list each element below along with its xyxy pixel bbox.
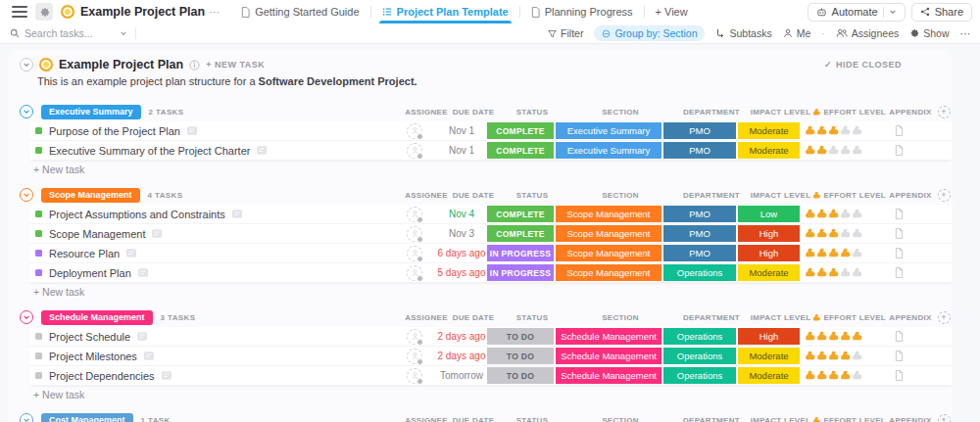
effort-muscle-icon[interactable] xyxy=(852,145,862,156)
assignee-avatar[interactable] xyxy=(407,349,422,364)
effort-muscle-icon[interactable] xyxy=(840,331,851,342)
effort-muscle-icon[interactable] xyxy=(852,125,862,136)
status-square-icon[interactable] xyxy=(35,250,42,257)
status-cell[interactable]: TO DO xyxy=(487,328,554,345)
effort-muscle-icon[interactable] xyxy=(805,331,815,342)
due-date[interactable]: Nov 3 xyxy=(437,224,486,243)
column-header-appendix[interactable]: APPENDIX xyxy=(886,108,935,117)
task-name[interactable]: Resource Plan xyxy=(49,248,120,259)
column-header-due-date[interactable]: DUE DATE xyxy=(449,313,498,322)
column-header-section[interactable]: SECTION xyxy=(566,416,674,422)
collapse-group-icon[interactable] xyxy=(20,310,33,324)
add-new-task-button[interactable]: + New task xyxy=(33,161,953,176)
column-header-effort-level[interactable]: EFFORT LEVEL xyxy=(812,190,886,201)
effort-muscle-icon[interactable] xyxy=(840,351,851,361)
effort-muscle-icon[interactable] xyxy=(840,370,851,381)
add-column-icon[interactable]: + xyxy=(938,414,951,422)
effort-muscle-icon[interactable] xyxy=(828,370,839,381)
section-cell[interactable]: Schedule Management xyxy=(556,328,662,345)
effort-muscle-icon[interactable] xyxy=(840,209,851,219)
effort-muscle-icon[interactable] xyxy=(828,248,839,258)
assignee-avatar[interactable] xyxy=(407,143,422,159)
new-task-button[interactable]: + NEW TASK xyxy=(206,60,265,70)
hide-closed-button[interactable]: ✓ HIDE CLOSED xyxy=(824,60,902,70)
effort-muscle-icon[interactable] xyxy=(852,370,862,381)
tab--view[interactable]: + View xyxy=(645,0,699,23)
department-cell[interactable]: PMO xyxy=(663,245,736,261)
effort-muscle-icon[interactable] xyxy=(816,331,827,342)
effort-level-cell[interactable] xyxy=(801,263,874,282)
appendix-cell[interactable] xyxy=(874,347,923,365)
status-square-icon[interactable] xyxy=(35,127,42,134)
task-name[interactable]: Deployment Plan xyxy=(49,267,131,279)
effort-muscle-icon[interactable] xyxy=(828,331,839,342)
assignees-button[interactable]: Assignees xyxy=(836,27,899,39)
automate-button[interactable]: Automate xyxy=(808,3,906,22)
column-header-section[interactable]: SECTION xyxy=(566,191,674,200)
section-cell[interactable]: Schedule Management xyxy=(556,348,662,364)
effort-level-cell[interactable] xyxy=(801,244,874,262)
effort-muscle-icon[interactable] xyxy=(828,351,839,361)
column-header-status[interactable]: STATUS xyxy=(498,108,566,117)
column-header-section[interactable]: SECTION xyxy=(566,313,674,322)
me-filter-button[interactable]: Me xyxy=(783,27,811,39)
task-name[interactable]: Project Milestones xyxy=(49,351,137,362)
group-badge[interactable]: Scope Management xyxy=(41,188,140,203)
effort-muscle-icon[interactable] xyxy=(816,267,827,278)
impact-level-cell[interactable]: Moderate xyxy=(738,348,800,364)
department-cell[interactable]: Operations xyxy=(663,328,736,345)
effort-muscle-icon[interactable] xyxy=(816,248,827,258)
department-cell[interactable]: PMO xyxy=(663,225,736,242)
column-header-section[interactable]: SECTION xyxy=(566,108,674,117)
department-cell[interactable]: Operations xyxy=(663,348,736,364)
effort-muscle-icon[interactable] xyxy=(816,125,827,136)
column-header-department[interactable]: DEPARTMENT xyxy=(674,416,749,422)
column-header-appendix[interactable]: APPENDIX xyxy=(886,416,935,422)
impact-level-cell[interactable]: High xyxy=(738,245,800,261)
due-date[interactable]: 6 days ago xyxy=(437,244,486,262)
status-square-icon[interactable] xyxy=(35,230,42,237)
assignee-avatar[interactable] xyxy=(407,246,422,261)
effort-muscle-icon[interactable] xyxy=(828,209,839,219)
column-header-due-date[interactable]: DUE DATE xyxy=(449,108,498,117)
effort-muscle-icon[interactable] xyxy=(805,248,815,258)
task-name[interactable]: Purpose of the Project Plan xyxy=(49,125,180,137)
status-cell[interactable]: IN PROGRESS xyxy=(487,245,554,261)
collapse-group-icon[interactable] xyxy=(20,413,33,422)
effort-muscle-icon[interactable] xyxy=(852,228,862,239)
column-header-impact-level[interactable]: IMPACT LEVEL xyxy=(749,191,812,200)
add-new-task-button[interactable]: + New task xyxy=(33,386,953,401)
column-header-appendix[interactable]: APPENDIX xyxy=(886,313,935,322)
filter-button[interactable]: Filter xyxy=(548,27,583,39)
assignee-avatar[interactable] xyxy=(407,207,422,222)
column-header-assignee[interactable]: ASSIGNEE xyxy=(404,108,449,117)
assignee-avatar[interactable] xyxy=(407,123,422,139)
effort-muscle-icon[interactable] xyxy=(805,209,815,219)
due-date[interactable]: Nov 1 xyxy=(437,141,486,160)
group-by-button[interactable]: Group by: Section xyxy=(594,25,705,41)
effort-level-cell[interactable] xyxy=(801,366,874,385)
effort-muscle-icon[interactable] xyxy=(828,267,839,278)
status-cell[interactable]: COMPLETE xyxy=(487,225,554,242)
table-row[interactable]: Scope Management Nov 3 COMPLETE Scope Ma… xyxy=(29,224,953,244)
status-square-icon[interactable] xyxy=(35,333,42,340)
effort-muscle-icon[interactable] xyxy=(852,331,862,342)
column-header-due-date[interactable]: DUE DATE xyxy=(449,191,498,200)
tab-planning-progress[interactable]: Planning Progress xyxy=(520,0,644,23)
column-header-impact-level[interactable]: IMPACT LEVEL xyxy=(749,313,812,322)
column-header-assignee[interactable]: ASSIGNEE xyxy=(404,416,449,422)
section-cell[interactable]: Executive Summary xyxy=(556,122,662,139)
task-name[interactable]: Executive Summary of the Project Charter xyxy=(49,145,250,157)
status-cell[interactable]: COMPLETE xyxy=(487,206,554,222)
appendix-cell[interactable] xyxy=(874,327,923,346)
collapse-list-icon[interactable] xyxy=(20,58,33,71)
group-badge[interactable]: Executive Summary xyxy=(41,105,141,119)
status-cell[interactable]: TO DO xyxy=(487,367,554,384)
status-cell[interactable]: IN PROGRESS xyxy=(487,264,554,281)
status-square-icon[interactable] xyxy=(35,352,42,359)
table-row[interactable]: Project Dependencies Tomorrow TO DO Sche… xyxy=(29,366,953,386)
column-header-assignee[interactable]: ASSIGNEE xyxy=(404,313,449,322)
effort-level-cell[interactable] xyxy=(801,205,874,223)
subtasks-button[interactable]: Subtasks xyxy=(715,27,771,39)
due-date[interactable]: 2 days ago xyxy=(437,327,486,346)
